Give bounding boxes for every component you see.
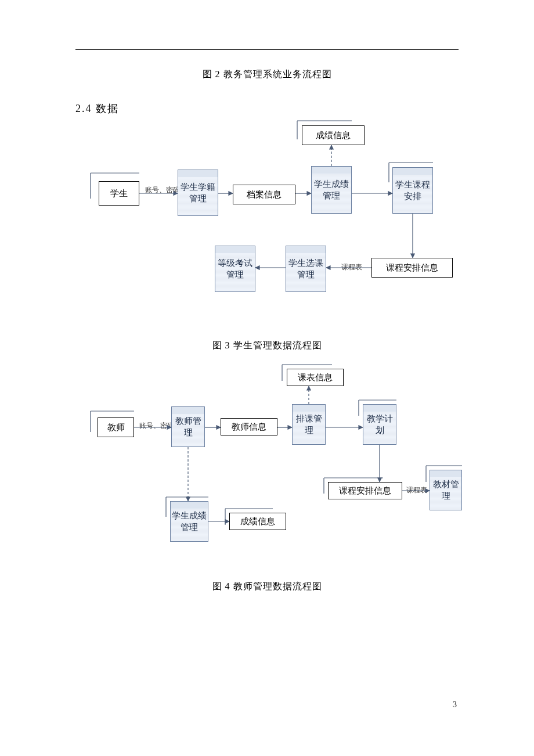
node-stu-score-mgmt-2: 学生成绩管理 <box>170 501 208 542</box>
node-student-course-sched: 学生课程安排 <box>392 167 433 214</box>
figure-3-caption: 图 3 学生管理数据流程图 <box>0 340 534 352</box>
node-profile-info: 档案信息 <box>233 185 295 204</box>
node-sched-mgmt: 排课管理 <box>292 404 326 445</box>
node-sched-info: 课表信息 <box>287 369 344 386</box>
node-student: 学生 <box>99 181 139 206</box>
node-course-sched-info-2: 课程安排信息 <box>328 482 402 499</box>
node-textbook-mgmt: 教材管理 <box>430 470 462 510</box>
page: 图 2 教务管理系统业务流程图 2.4 数据 学生 账号、密码 学生学籍管理 档… <box>0 0 534 756</box>
node-rank-exam-mgmt: 等级考试管理 <box>215 246 255 292</box>
diagram-2-arrows <box>0 355 534 570</box>
edge-label-credentials-2: 账号、密码 <box>139 421 174 431</box>
edge-label-credentials: 账号、密码 <box>145 185 180 195</box>
node-teaching-plan: 教学计划 <box>363 404 396 445</box>
edge-label-schedule-2: 课程表 <box>406 485 427 495</box>
figure-4-caption: 图 4 教师管理数据流程图 <box>0 581 534 593</box>
diagram-1-arrows <box>0 0 534 325</box>
node-teacher-info: 教师信息 <box>221 418 277 435</box>
diagram-student-flow: 学生 账号、密码 学生学籍管理 档案信息 学生成绩管理 成绩信息 学生课程安排 … <box>0 0 534 325</box>
node-teacher: 教师 <box>98 417 134 437</box>
page-number: 3 <box>453 700 457 710</box>
node-student-status-mgmt: 学生学籍管理 <box>178 170 218 216</box>
node-student-select-mgmt: 学生选课管理 <box>286 246 326 292</box>
node-student-score-mgmt: 学生成绩管理 <box>311 166 352 214</box>
diagram-teacher-flow: 教师 账号、密码 教师管理 教师信息 排课管理 课表信息 教学计划 课程安排信息… <box>0 355 534 570</box>
node-score-info: 成绩信息 <box>302 125 365 145</box>
edge-label-schedule-1: 课程表 <box>341 262 362 272</box>
node-teacher-mgmt: 教师管理 <box>171 406 205 447</box>
node-course-sched-info: 课程安排信息 <box>371 258 453 278</box>
node-score-info-2: 成绩信息 <box>229 513 286 530</box>
